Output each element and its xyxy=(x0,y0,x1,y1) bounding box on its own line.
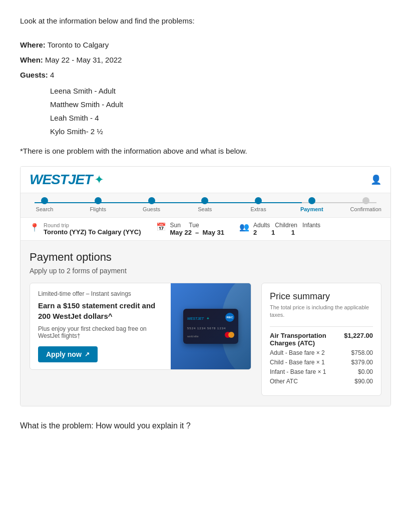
offer-limited: Limited-time offer – Instant savings xyxy=(38,290,163,297)
card-wj-logo-area: WESTJET ✦ xyxy=(187,313,210,322)
offer-headline: Earn a $150 statement credit and 200 Wes… xyxy=(38,300,163,321)
mc-circle-right xyxy=(228,332,234,338)
step-guests[interactable]: Guests xyxy=(137,197,167,212)
credit-card-visual: WESTJET ✦ RBC 5524 1234 5678 1234 world … xyxy=(183,309,238,344)
problem-note: *There is one problem with the informati… xyxy=(20,145,391,157)
guests-line: Guests: 4 xyxy=(20,69,391,81)
date1: May 22 xyxy=(170,229,192,236)
guest-1: Leena Smith - Adult xyxy=(50,84,391,98)
intro-section: Look at the information below and find t… xyxy=(20,15,391,157)
other-atc-row: Other ATC $90.00 xyxy=(270,378,373,385)
infant-fare-label: Infant - Base fare × 1 xyxy=(270,368,326,375)
tripinfo-route-text: Round trip Toronto (YYZ) To Calgary (YYC… xyxy=(44,222,141,236)
wj-header: WESTJET ✦ 👤 xyxy=(21,167,390,193)
adults-label: Adults xyxy=(253,222,270,229)
card-offer-text: Limited-time offer – Instant savings Ear… xyxy=(30,283,171,369)
tripinfo-guests: 👥 Adults Children Infants 2 1 1 xyxy=(239,222,320,236)
where-value: Toronto to Calgary xyxy=(46,41,109,49)
adult-fare-label: Adult - Base fare × 2 xyxy=(270,349,325,356)
price-summary: Price summary The total price is includi… xyxy=(261,283,381,396)
tue-label: Tue xyxy=(189,222,199,229)
card-offer-image: WESTJET ✦ RBC 5524 1234 5678 1234 world … xyxy=(171,283,251,369)
wj-body: Payment options Apply up to 2 forms of p… xyxy=(21,241,390,406)
atc-value: $1,227.00 xyxy=(344,332,373,347)
payment-subtitle: Apply up to 2 forms of payment xyxy=(30,267,381,275)
apply-label: Apply now xyxy=(46,350,82,358)
guest-2: Matthew Smith - Adult xyxy=(50,98,391,111)
instruction-text: Look at the information below and find t… xyxy=(20,15,391,27)
child-fare-label: Child - Base fare × 1 xyxy=(270,359,325,366)
wj-logo: WESTJET ✦ xyxy=(30,172,104,188)
user-icon[interactable]: 👤 xyxy=(370,174,381,185)
step-label-confirmation: Confirmation xyxy=(350,206,381,212)
card-rbc-logo: RBC xyxy=(225,313,234,322)
step-label-seats: Seats xyxy=(198,206,212,212)
children-count: 1 xyxy=(271,229,275,236)
wj-tripinfo: 📍 Round trip Toronto (YYZ) To Calgary (Y… xyxy=(21,218,390,241)
other-atc-label: Other ATC xyxy=(270,378,298,385)
mastercard-logo xyxy=(225,332,234,338)
step-seats[interactable]: Seats xyxy=(190,197,220,212)
step-label-payment: Payment xyxy=(300,206,323,212)
bottom-question: What is the problem: How would you expla… xyxy=(20,421,391,430)
route-text: Toronto (YYZ) To Calgary (YYC) xyxy=(44,228,141,236)
price-divider xyxy=(270,326,373,327)
adult-fare-row: Adult - Base fare × 2 $758.00 xyxy=(270,349,373,356)
step-dot-extras xyxy=(255,197,262,204)
card-wj-logo-text: WESTJET xyxy=(187,317,204,320)
guest-3: Leah Smith - 4 xyxy=(50,111,391,125)
tripinfo-route: 📍 Round trip Toronto (YYZ) To Calgary (Y… xyxy=(30,222,141,236)
payment-content: Limited-time offer – Instant savings Ear… xyxy=(30,283,381,396)
step-confirmation[interactable]: Confirmation xyxy=(350,197,381,212)
step-payment[interactable]: Payment xyxy=(297,197,327,212)
card-world-elite: world elite xyxy=(187,335,199,338)
when-value: May 22 - May 31, 2022 xyxy=(43,56,122,64)
wj-progress: Search Flights Guests Seats Extras Payme… xyxy=(21,193,390,218)
card-world-elite-text: world elite xyxy=(187,335,199,338)
guests-counts: 2 1 1 xyxy=(253,229,320,236)
other-atc-value: $90.00 xyxy=(354,378,373,385)
adults-count: 2 xyxy=(253,229,257,236)
step-search[interactable]: Search xyxy=(30,197,60,212)
progress-steps: Search Flights Guests Seats Extras Payme… xyxy=(30,197,381,212)
tripinfo-day-labels: Sun Tue xyxy=(170,222,224,229)
step-dot-payment xyxy=(308,197,315,204)
westjet-widget: WESTJET ✦ 👤 Search Flights Guests Sea xyxy=(20,166,391,406)
step-flights[interactable]: Flights xyxy=(83,197,113,212)
card-number-display: 5524 1234 5678 1234 xyxy=(187,327,234,330)
step-label-extras: Extras xyxy=(250,206,266,212)
when-label: When: xyxy=(20,56,43,64)
offer-plus: Plus enjoy your first checked bag free o… xyxy=(38,325,163,339)
trip-route: Toronto (YYZ) To Calgary (YYC) xyxy=(44,228,141,236)
price-summary-note: The total price is including the applica… xyxy=(270,304,373,319)
tripinfo-dates-text: Sun Tue May 22 – May 31 xyxy=(170,222,224,236)
payment-title: Payment options xyxy=(30,251,381,264)
infant-fare-value: $0.00 xyxy=(358,368,373,375)
external-link-icon: ↗ xyxy=(85,351,90,358)
infants-count: 1 xyxy=(291,229,295,236)
atc-row: Air Transportation Charges (ATC) $1,227.… xyxy=(270,332,373,347)
guests-count: 4 xyxy=(48,71,55,79)
where-line: Where: Toronto to Calgary xyxy=(20,39,391,51)
guests-icon: 👥 xyxy=(239,222,249,232)
card-logo-row: WESTJET ✦ RBC xyxy=(187,313,234,322)
trip-dates: May 22 – May 31 xyxy=(170,229,224,236)
trip-type: Round trip xyxy=(44,222,141,228)
atc-label: Air Transportation Charges (ATC) xyxy=(270,332,344,347)
adult-fare-value: $758.00 xyxy=(351,349,373,356)
child-fare-value: $379.00 xyxy=(351,359,373,366)
sun-label: Sun xyxy=(170,222,181,229)
card-offer-inner: Limited-time offer – Instant savings Ear… xyxy=(30,283,251,369)
when-line: When: May 22 - May 31, 2022 xyxy=(20,54,391,66)
step-extras[interactable]: Extras xyxy=(243,197,273,212)
step-dot-search xyxy=(41,197,48,204)
card-wj-maple: ✦ xyxy=(206,316,210,321)
calendar-icon: 📅 xyxy=(156,222,166,232)
wj-logo-text: WESTJET xyxy=(30,172,92,188)
tripinfo-dates: 📅 Sun Tue May 22 – May 31 xyxy=(156,222,224,236)
step-dot-confirmation xyxy=(362,197,369,204)
credit-card-container: WESTJET ✦ RBC 5524 1234 5678 1234 world … xyxy=(178,304,243,349)
wj-maple-leaf: ✦ xyxy=(94,173,104,187)
step-label-search: Search xyxy=(36,206,54,212)
apply-now-button[interactable]: Apply now ↗ xyxy=(38,346,98,362)
